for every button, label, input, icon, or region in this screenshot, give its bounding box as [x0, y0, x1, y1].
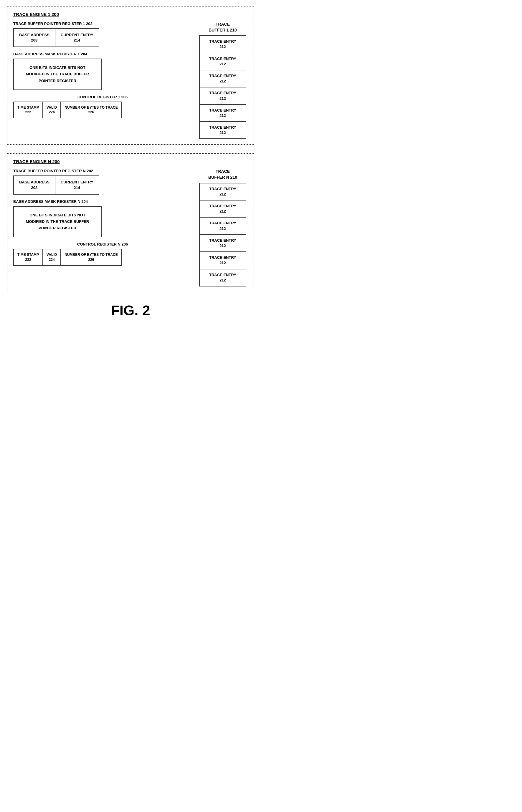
tbpr-entry-field-engine1: CURRENT ENTRY214 [55, 29, 99, 46]
tbpr-box-engine1: BASE ADDRESS208CURRENT ENTRY214 [13, 28, 99, 47]
engine-title-engineN: TRACE ENGINE N 200 [13, 159, 248, 164]
tbpr-section-engine1: TRACE BUFFER POINTER REGISTER 1 202BASE … [13, 21, 192, 47]
ctrl-field-engineN-1: VALID224 [42, 249, 60, 265]
ctrl-section-engine1: CONTROL REGISTER 1 206TIME STAMP222VALID… [13, 95, 192, 119]
engine-block-engine1: TRACE ENGINE 1 200TRACE BUFFER POINTER R… [7, 6, 254, 145]
engine-block-engineN: TRACE ENGINE N 200TRACE BUFFER POINTER R… [7, 153, 254, 292]
trace-entry-engineN-5: TRACE ENTRY212 [199, 269, 246, 287]
tbpr-label-engineN: TRACE BUFFER POINTER REGISTER N 202 [13, 169, 192, 173]
bamr-box-engine1: ONE BITS INDICATE BITS NOT MODIFIED IN T… [13, 59, 102, 90]
trace-entry-engine1-3: TRACE ENTRY212 [199, 87, 246, 105]
ctrl-field-engineN-2: NUMBER OF BYTES TO TRACE226 [60, 249, 121, 265]
ctrl-label-engineN: CONTROL REGISTER N 206 [13, 242, 192, 246]
buffer-title-engineN: TRACEBUFFER N 210 [208, 169, 237, 180]
trace-entry-engine1-0: TRACE ENTRY212 [199, 35, 246, 53]
buffer-title-engine1: TRACEBUFFER 1 210 [208, 21, 237, 33]
trace-entry-engine1-2: TRACE ENTRY212 [199, 70, 246, 87]
ctrl-field-engine1-2: NUMBER OF BYTES TO TRACE226 [60, 102, 121, 118]
bamr-section-engine1: BASE ADDRESS MASK REGISTER 1 204ONE BITS… [13, 52, 192, 90]
trace-entry-engineN-2: TRACE ENTRY212 [199, 217, 246, 235]
engine-title-engine1: TRACE ENGINE 1 200 [13, 12, 248, 17]
bamr-box-engineN: ONE BITS INDICATE BITS NOT MODIFIED IN T… [13, 206, 102, 237]
ctrl-field-engineN-0: TIME STAMP222 [14, 249, 42, 265]
trace-entry-engine1-4: TRACE ENTRY212 [199, 105, 246, 122]
ctrl-field-engine1-0: TIME STAMP222 [14, 102, 42, 118]
ctrl-fields-engineN: TIME STAMP222VALID224NUMBER OF BYTES TO … [13, 249, 122, 266]
tbpr-box-engineN: BASE ADDRESS208CURRENT ENTRY214 [13, 175, 99, 194]
tbpr-base-field-engineN: BASE ADDRESS208 [14, 176, 55, 194]
tbpr-label-engine1: TRACE BUFFER POINTER REGISTER 1 202 [13, 21, 192, 26]
trace-entry-engineN-1: TRACE ENTRY212 [199, 201, 246, 217]
tbpr-entry-field-engineN: CURRENT ENTRY214 [55, 176, 99, 194]
trace-entry-engineN-4: TRACE ENTRY212 [199, 252, 246, 269]
bamr-label-engineN: BASE ADDRESS MASK REGISTER N 204 [13, 199, 192, 204]
ctrl-field-engine1-1: VALID224 [42, 102, 60, 118]
page: TRACE ENGINE 1 200TRACE BUFFER POINTER R… [6, 6, 255, 318]
ctrl-fields-engine1: TIME STAMP222VALID224NUMBER OF BYTES TO … [13, 102, 122, 119]
figure-label: FIG. 2 [111, 303, 150, 318]
ctrl-section-engineN: CONTROL REGISTER N 206TIME STAMP222VALID… [13, 242, 192, 266]
bamr-section-engineN: BASE ADDRESS MASK REGISTER N 204ONE BITS… [13, 199, 192, 237]
trace-entry-engine1-1: TRACE ENTRY212 [199, 53, 246, 70]
tbpr-base-field-engine1: BASE ADDRESS208 [14, 29, 55, 46]
engines-container: TRACE ENGINE 1 200TRACE BUFFER POINTER R… [7, 6, 254, 292]
tbpr-section-engineN: TRACE BUFFER POINTER REGISTER N 202BASE … [13, 169, 192, 194]
trace-entry-engine1-5: TRACE ENTRY212 [199, 122, 246, 139]
trace-entry-engineN-3: TRACE ENTRY212 [199, 235, 246, 252]
bamr-label-engine1: BASE ADDRESS MASK REGISTER 1 204 [13, 52, 192, 56]
ctrl-label-engine1: CONTROL REGISTER 1 206 [13, 95, 192, 99]
trace-entry-engineN-0: TRACE ENTRY212 [199, 183, 246, 201]
